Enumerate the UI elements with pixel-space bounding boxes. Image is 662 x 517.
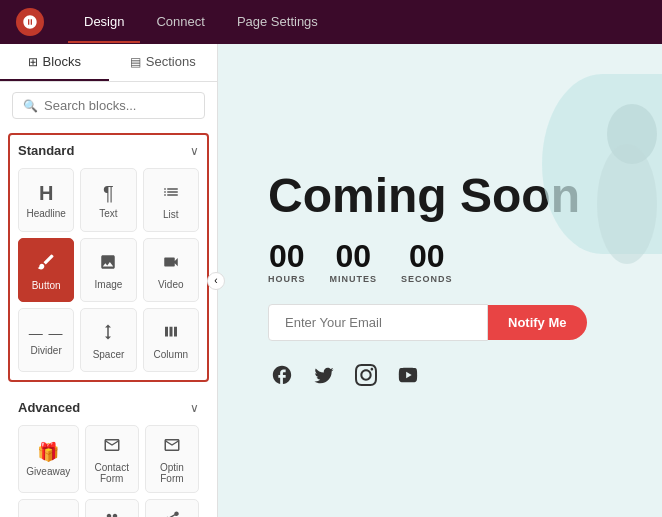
giveaway-icon: 🎁 <box>37 443 59 461</box>
block-item-optin-form[interactable]: Optin Form <box>145 425 199 493</box>
block-item-list[interactable]: List <box>143 168 199 232</box>
minutes-label: MINUTES <box>330 274 378 284</box>
text-label: Text <box>99 208 117 219</box>
button-label: Button <box>32 280 61 291</box>
social-sharing-icon <box>163 510 181 517</box>
seconds-label: SECONDS <box>401 274 453 284</box>
headline-icon: H <box>39 183 53 203</box>
block-item-divider[interactable]: — — Divider <box>18 308 74 372</box>
text-icon: ¶ <box>103 183 114 203</box>
top-nav: Design Connect Page Settings <box>0 0 662 44</box>
video-icon <box>162 253 180 274</box>
spacer-label: Spacer <box>93 349 125 360</box>
svg-point-1 <box>597 144 657 264</box>
countdown-hours: 00 HOURS <box>268 240 306 284</box>
tab-blocks-label: Blocks <box>43 54 81 69</box>
sections-tab-icon: ▤ <box>130 55 141 69</box>
block-item-countdown[interactable]: ⏱ Countdown <box>18 499 79 517</box>
main-layout: ⊞ Blocks ▤ Sections 🔍 Standard ∨ H <box>0 44 662 517</box>
divider-icon: — — <box>29 326 64 340</box>
coming-soon-title: Coming Soon <box>268 172 587 220</box>
youtube-icon[interactable] <box>394 361 422 389</box>
block-item-giveaway[interactable]: 🎁 Giveaway <box>18 425 79 493</box>
video-label: Video <box>158 279 183 290</box>
block-item-column[interactable]: Column <box>143 308 199 372</box>
block-item-text[interactable]: ¶ Text <box>80 168 136 232</box>
nav-tab-connect[interactable]: Connect <box>140 2 220 43</box>
block-item-social-profiles[interactable]: Social Profiles <box>85 499 139 517</box>
block-group-advanced: Advanced ∨ 🎁 Giveaway Contact Form <box>8 390 209 517</box>
column-icon <box>162 323 180 344</box>
email-input[interactable] <box>268 304 488 341</box>
spacer-icon <box>99 323 117 344</box>
hours-label: HOURS <box>268 274 306 284</box>
decorative-person <box>572 104 662 264</box>
tab-blocks[interactable]: ⊞ Blocks <box>0 44 109 81</box>
standard-group-header: Standard ∨ <box>18 143 199 158</box>
contact-form-icon <box>103 436 121 457</box>
contact-form-label: Contact Form <box>90 462 134 484</box>
blocks-tab-icon: ⊞ <box>28 55 38 69</box>
social-profiles-icon <box>103 510 121 517</box>
advanced-group-header: Advanced ∨ <box>18 400 199 415</box>
standard-group-title: Standard <box>18 143 74 158</box>
search-container: 🔍 <box>0 82 217 129</box>
standard-chevron-icon[interactable]: ∨ <box>190 144 199 158</box>
optin-form-icon <box>163 436 181 457</box>
canvas-content: Coming Soon 00 HOURS 00 MINUTES 00 SECON… <box>268 172 587 389</box>
block-item-social-sharing[interactable]: Social Sharing <box>145 499 199 517</box>
twitter-icon[interactable] <box>310 361 338 389</box>
email-row: Notify Me <box>268 304 587 341</box>
logo <box>16 8 44 36</box>
nav-tab-page-settings[interactable]: Page Settings <box>221 2 334 43</box>
image-icon <box>99 253 117 274</box>
block-item-contact-form[interactable]: Contact Form <box>85 425 139 493</box>
block-item-image[interactable]: Image <box>80 238 136 302</box>
block-item-button[interactable]: Button <box>18 238 74 302</box>
sidebar-tabs: ⊞ Blocks ▤ Sections <box>0 44 217 82</box>
block-item-spacer[interactable]: Spacer <box>80 308 136 372</box>
sidebar-collapse-button[interactable]: ‹ <box>207 272 225 290</box>
search-icon: 🔍 <box>23 99 38 113</box>
facebook-icon[interactable] <box>268 361 296 389</box>
block-group-standard: Standard ∨ H Headline ¶ Text List <box>8 133 209 382</box>
standard-block-grid: H Headline ¶ Text List <box>18 168 199 372</box>
tab-sections[interactable]: ▤ Sections <box>109 44 218 81</box>
button-icon <box>36 252 56 275</box>
optin-form-label: Optin Form <box>150 462 194 484</box>
divider-label: Divider <box>31 345 62 356</box>
countdown-seconds: 00 SECONDS <box>401 240 453 284</box>
column-label: Column <box>154 349 188 360</box>
search-input-wrap: 🔍 <box>12 92 205 119</box>
notify-button[interactable]: Notify Me <box>488 305 587 340</box>
nav-tabs: Design Connect Page Settings <box>68 2 334 43</box>
giveaway-label: Giveaway <box>26 466 70 477</box>
list-label: List <box>163 209 179 220</box>
advanced-block-grid: 🎁 Giveaway Contact Form Optin Form <box>18 425 199 517</box>
countdown-minutes: 00 MINUTES <box>330 240 378 284</box>
headline-label: Headline <box>26 208 65 219</box>
seconds-value: 00 <box>409 240 445 272</box>
advanced-group-title: Advanced <box>18 400 80 415</box>
advanced-chevron-icon[interactable]: ∨ <box>190 401 199 415</box>
block-item-video[interactable]: Video <box>143 238 199 302</box>
social-row <box>268 361 587 389</box>
instagram-icon[interactable] <box>352 361 380 389</box>
image-label: Image <box>95 279 123 290</box>
sidebar: ⊞ Blocks ▤ Sections 🔍 Standard ∨ H <box>0 44 218 517</box>
search-input[interactable] <box>44 98 194 113</box>
block-item-headline[interactable]: H Headline <box>18 168 74 232</box>
list-icon <box>162 183 180 204</box>
nav-tab-design[interactable]: Design <box>68 2 140 43</box>
hours-value: 00 <box>269 240 305 272</box>
countdown-row: 00 HOURS 00 MINUTES 00 SECONDS <box>268 240 587 284</box>
canvas: Coming Soon 00 HOURS 00 MINUTES 00 SECON… <box>218 44 662 517</box>
minutes-value: 00 <box>335 240 371 272</box>
tab-sections-label: Sections <box>146 54 196 69</box>
